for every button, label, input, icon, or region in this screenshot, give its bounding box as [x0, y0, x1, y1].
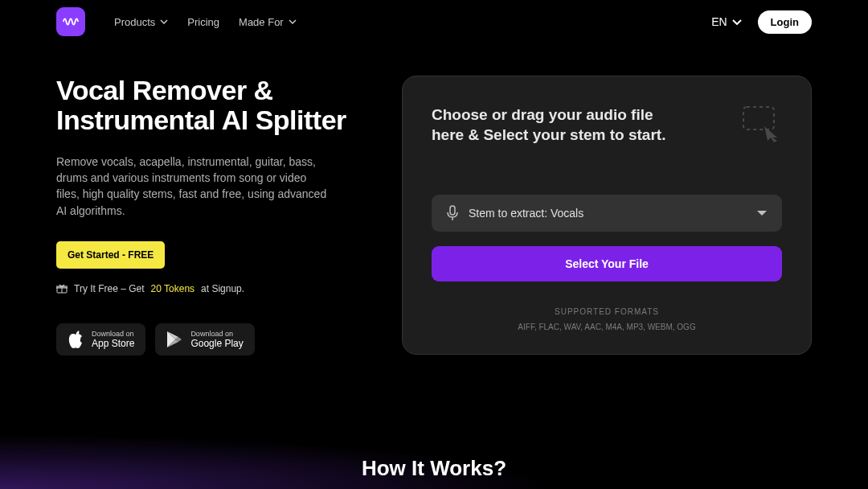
app-store-text: Download on App Store: [92, 330, 134, 349]
app-store-small: Download on: [92, 330, 134, 338]
nav-products[interactable]: Products: [114, 16, 168, 28]
google-play-button[interactable]: Download on Google Play: [155, 323, 254, 355]
how-it-works-title: How It Works?: [362, 456, 506, 481]
hero-description: Remove vocals, acapella, instrumental, g…: [56, 154, 330, 219]
trial-tokens: 20 Tokens: [151, 283, 195, 294]
trial-prefix: Try It Free – Get: [74, 283, 145, 294]
panel-title: Choose or drag your audio file here & Se…: [432, 105, 673, 145]
select-file-button[interactable]: Select Your File: [432, 246, 782, 281]
get-started-button[interactable]: Get Started - FREE: [56, 241, 165, 269]
app-store-big: App Store: [92, 338, 134, 349]
main-content: Vocal Remover & Instrumental AI Splitter…: [0, 43, 868, 355]
microphone-icon: [446, 205, 459, 221]
google-play-small: Download on: [190, 330, 243, 338]
header-actions: EN Login: [711, 10, 812, 34]
google-play-icon: [166, 331, 182, 348]
nav-pricing-label: Pricing: [187, 16, 219, 28]
logo-waveform-icon: [62, 13, 80, 31]
nav-pricing[interactable]: Pricing: [187, 16, 219, 28]
nav-made-for-label: Made For: [239, 16, 284, 28]
stem-selector[interactable]: Stem to extract: Vocals: [432, 195, 782, 232]
formats-list: AIFF, FLAC, WAV, AAC, M4A, MP3, WEBM, OG…: [432, 323, 782, 331]
nav-products-label: Products: [114, 16, 155, 28]
trial-suffix: at Signup.: [201, 283, 244, 294]
apple-icon: [68, 330, 84, 349]
gift-icon: [56, 284, 68, 294]
language-selector[interactable]: EN: [711, 15, 741, 28]
stem-left: Stem to extract: Vocals: [446, 205, 583, 221]
trial-info: Try It Free – Get 20 Tokens at Signup.: [56, 283, 354, 294]
svg-rect-3: [743, 107, 774, 129]
how-it-works-section: How It Works?: [0, 404, 868, 489]
drag-drop-icon: [742, 105, 782, 142]
primary-nav: Products Pricing Made For: [114, 16, 711, 28]
chevron-down-icon: [160, 19, 168, 24]
login-button[interactable]: Login: [758, 10, 812, 34]
hero-title: Vocal Remover & Instrumental AI Splitter: [56, 76, 354, 136]
formats-label: SUPPORTED FORMATS: [432, 307, 782, 316]
upload-column: Choose or drag your audio file here & Se…: [402, 76, 812, 355]
chevron-down-icon: [732, 19, 742, 25]
google-play-text: Download on Google Play: [190, 330, 243, 349]
hero-column: Vocal Remover & Instrumental AI Splitter…: [56, 76, 354, 355]
app-store-button[interactable]: Download on App Store: [56, 323, 145, 355]
svg-rect-4: [450, 206, 455, 215]
header: Products Pricing Made For EN Login: [0, 0, 868, 43]
nav-made-for[interactable]: Made For: [239, 16, 297, 28]
dropdown-arrow-icon: [756, 210, 768, 216]
google-play-big: Google Play: [190, 338, 243, 349]
store-buttons: Download on App Store Download on Google…: [56, 323, 354, 355]
language-label: EN: [711, 15, 727, 28]
chevron-down-icon: [289, 19, 297, 24]
upload-panel: Choose or drag your audio file here & Se…: [402, 76, 812, 355]
stem-label: Stem to extract: Vocals: [469, 207, 583, 220]
panel-header: Choose or drag your audio file here & Se…: [432, 105, 782, 145]
logo[interactable]: [56, 7, 85, 36]
